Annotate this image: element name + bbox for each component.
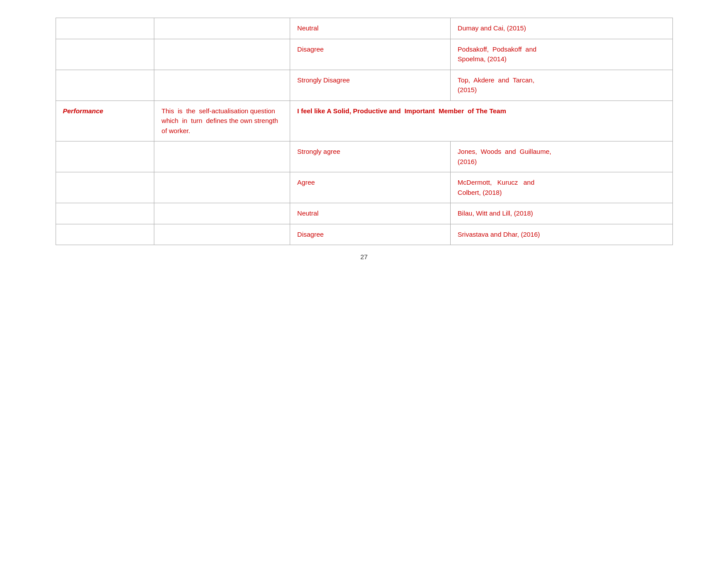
response-option: Strongly agree	[297, 148, 340, 155]
response-option: Neutral	[297, 209, 318, 217]
description-text: This is the self-actualisation question …	[161, 107, 278, 134]
table-row: Disagree Srivastava and Dhar, (2016)	[56, 224, 672, 245]
cell-performance-label: Performance	[56, 100, 154, 141]
response-option: Neutral	[297, 24, 318, 32]
reference: McDermott, Kurucz andColbert, (2018)	[458, 179, 534, 196]
cell-row5-col2	[154, 141, 290, 172]
reference: Podsakoff, Podsakoff andSpoelma, (2014)	[458, 45, 537, 63]
reference: Bilau, Witt and Lill, (2018)	[458, 209, 533, 217]
category-label: Performance	[63, 107, 104, 115]
cell-row5-col1	[56, 141, 154, 172]
table-row: Strongly agree Jones, Woods and Guillaum…	[56, 141, 672, 172]
table-row: Disagree Podsakoff, Podsakoff andSpoelma…	[56, 39, 672, 70]
cell-row8-col1	[56, 224, 154, 245]
cell-row5-col4: Jones, Woods and Guillaume,(2016)	[450, 141, 672, 172]
response-option: Agree	[297, 179, 315, 186]
cell-row3-col4: Top, Akdere and Tarcan,(2015)	[450, 70, 672, 100]
response-option: Disagree	[297, 231, 324, 238]
cell-row5-col3: Strongly agree	[290, 141, 451, 172]
main-table: Neutral Dumay and Cai, (2015) Disagree P…	[56, 18, 673, 245]
cell-row2-col3: Disagree	[290, 39, 451, 70]
cell-row2-col4: Podsakoff, Podsakoff andSpoelma, (2014)	[450, 39, 672, 70]
cell-row6-col4: McDermott, Kurucz andColbert, (2018)	[450, 172, 672, 203]
cell-performance-question: I feel like A Solid, Productive and Impo…	[290, 100, 672, 141]
reference: Jones, Woods and Guillaume,(2016)	[458, 148, 551, 165]
cell-row7-col1	[56, 203, 154, 224]
cell-row6-col3: Agree	[290, 172, 451, 203]
cell-row7-col4: Bilau, Witt and Lill, (2018)	[450, 203, 672, 224]
cell-row7-col3: Neutral	[290, 203, 451, 224]
reference: Srivastava and Dhar, (2016)	[458, 231, 540, 238]
cell-row6-col1	[56, 172, 154, 203]
table-row: Strongly Disagree Top, Akdere and Tarcan…	[56, 70, 672, 100]
response-option: Strongly Disagree	[297, 76, 350, 84]
cell-row1-col3: Neutral	[290, 18, 451, 39]
table-row: Neutral Dumay and Cai, (2015)	[56, 18, 672, 39]
cell-performance-description: This is the self-actualisation question …	[154, 100, 290, 141]
question-text: I feel like A Solid, Productive and Impo…	[297, 107, 506, 115]
cell-row6-col2	[154, 172, 290, 203]
cell-row3-col2	[154, 70, 290, 100]
cell-row8-col4: Srivastava and Dhar, (2016)	[450, 224, 672, 245]
table-row: Neutral Bilau, Witt and Lill, (2018)	[56, 203, 672, 224]
cell-row2-col1	[56, 39, 154, 70]
page-number: 27	[56, 253, 673, 261]
cell-row8-col2	[154, 224, 290, 245]
cell-row3-col3: Strongly Disagree	[290, 70, 451, 100]
table-row: Performance This is the self-actualisati…	[56, 100, 672, 141]
page-wrapper: Neutral Dumay and Cai, (2015) Disagree P…	[56, 18, 673, 261]
cell-row7-col2	[154, 203, 290, 224]
reference: Dumay and Cai, (2015)	[458, 24, 526, 32]
cell-row1-col4: Dumay and Cai, (2015)	[450, 18, 672, 39]
response-option: Disagree	[297, 45, 324, 53]
cell-row3-col1	[56, 70, 154, 100]
cell-row8-col3: Disagree	[290, 224, 451, 245]
table-row: Agree McDermott, Kurucz andColbert, (201…	[56, 172, 672, 203]
cell-row1-col1	[56, 18, 154, 39]
cell-row2-col2	[154, 39, 290, 70]
reference: Top, Akdere and Tarcan,(2015)	[458, 76, 534, 94]
cell-row1-col2	[154, 18, 290, 39]
